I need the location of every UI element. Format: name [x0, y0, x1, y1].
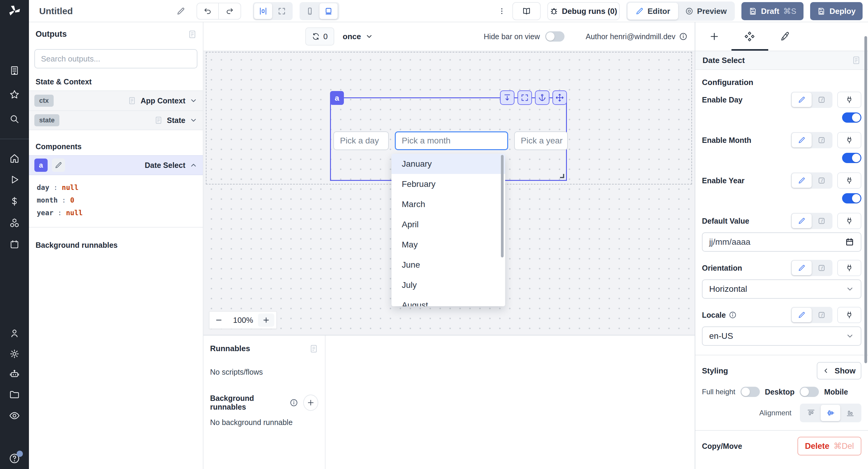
chevron-down-icon[interactable]	[190, 97, 197, 104]
dropdown-scrollbar[interactable]	[501, 155, 504, 257]
eval-function-icon[interactable]: f	[812, 264, 832, 272]
tab-editor[interactable]: Editor	[627, 3, 678, 20]
home-icon[interactable]	[0, 153, 29, 164]
zoom-out-button[interactable]	[210, 316, 228, 324]
enable-month-toggle[interactable]	[842, 153, 861, 163]
month-option[interactable]: July	[392, 275, 505, 295]
tab-insert-plus-icon[interactable]	[709, 31, 720, 42]
static-pencil-icon[interactable]	[792, 93, 812, 107]
static-pencil-icon[interactable]	[792, 214, 812, 228]
align-center-button[interactable]	[821, 405, 840, 421]
undo-button[interactable]	[197, 3, 219, 19]
resources-cubes-icon[interactable]	[0, 218, 29, 228]
chevron-down-icon[interactable]	[190, 116, 197, 124]
info-icon[interactable]	[290, 399, 298, 407]
anchor-button[interactable]	[535, 90, 550, 105]
align-bottom-button[interactable]	[840, 405, 860, 421]
month-option[interactable]: February	[392, 174, 505, 194]
tab-global-styling-icon[interactable]	[779, 31, 790, 42]
edit-title-pencil-icon[interactable]	[176, 0, 185, 22]
audit-eye-icon[interactable]	[0, 410, 29, 421]
orientation-select[interactable]: Horizontal	[702, 279, 861, 299]
month-input[interactable]	[395, 131, 508, 150]
centered-layout-button[interactable]	[254, 3, 272, 19]
month-option[interactable]: May	[392, 234, 505, 255]
month-option[interactable]: April	[392, 214, 505, 234]
refresh-count-button[interactable]: 0	[305, 27, 334, 45]
favorites-star-icon[interactable]	[0, 89, 29, 100]
month-option[interactable]: August	[392, 295, 505, 306]
component-output-json[interactable]: day : null month : 0 year : null	[29, 175, 203, 227]
component-badge[interactable]: a	[330, 91, 344, 105]
full-height-toggle[interactable]	[741, 387, 760, 397]
desktop-toggle[interactable]	[800, 387, 819, 397]
eval-function-icon[interactable]: f	[812, 96, 832, 104]
calendar-icon[interactable]	[845, 238, 854, 247]
info-icon[interactable]	[729, 311, 737, 319]
day-input[interactable]	[333, 131, 389, 150]
connect-plug-button[interactable]	[837, 213, 861, 229]
workspace-icon[interactable]	[0, 65, 29, 76]
align-top-button[interactable]	[801, 405, 821, 421]
variables-dollar-icon[interactable]	[0, 196, 29, 207]
rename-pencil-icon[interactable]	[52, 159, 65, 172]
folders-icon[interactable]	[0, 389, 29, 400]
month-option[interactable]: March	[392, 194, 505, 214]
delete-button[interactable]: Delete ⌘Del	[798, 437, 861, 456]
tab-preview[interactable]: Preview	[678, 3, 734, 20]
static-pencil-icon[interactable]	[792, 173, 812, 188]
draft-button[interactable]: Draft ⌘S	[741, 2, 804, 20]
more-menu-icon[interactable]	[498, 7, 506, 15]
expand-button[interactable]	[518, 90, 532, 105]
eval-function-icon[interactable]: f	[812, 311, 832, 319]
styling-show-button[interactable]: Show	[817, 362, 861, 379]
enable-year-toggle[interactable]	[842, 193, 861, 204]
info-icon[interactable]	[679, 32, 687, 41]
deploy-button[interactable]: Deploy	[810, 2, 863, 20]
month-option[interactable]: January	[392, 154, 505, 174]
help-icon[interactable]	[0, 453, 29, 464]
add-background-runnable-button[interactable]	[303, 395, 318, 411]
redo-button[interactable]	[219, 3, 241, 19]
enable-day-toggle[interactable]	[842, 113, 861, 123]
schedule-mode-dropdown[interactable]: once	[343, 32, 373, 41]
connect-plug-button[interactable]	[837, 307, 861, 323]
locale-select[interactable]: en-US	[702, 326, 861, 346]
move-button[interactable]	[553, 90, 567, 105]
eval-function-icon[interactable]: f	[812, 217, 832, 225]
connect-plug-button[interactable]	[837, 173, 861, 189]
chevron-up-icon[interactable]	[190, 161, 197, 169]
eval-function-icon[interactable]: f	[812, 136, 832, 145]
user-icon[interactable]	[0, 328, 29, 339]
zoom-in-button[interactable]	[258, 313, 274, 327]
runs-play-icon[interactable]	[0, 175, 29, 185]
windmill-logo[interactable]	[0, 0, 29, 22]
panel-doc-icon[interactable]	[309, 344, 318, 353]
schedules-calendar-icon[interactable]	[0, 239, 29, 250]
settings-panel-scrollbar[interactable]	[864, 36, 867, 363]
full-width-button[interactable]	[273, 3, 291, 19]
ctx-row[interactable]: ctx App Context	[29, 90, 203, 110]
settings-gear-icon[interactable]	[0, 348, 29, 359]
desktop-view-button[interactable]	[319, 3, 338, 19]
static-pencil-icon[interactable]	[792, 308, 812, 322]
panel-doc-icon[interactable]	[852, 56, 861, 65]
hide-bar-toggle[interactable]	[545, 31, 564, 41]
debug-runs-button[interactable]: Debug runs (0)	[547, 2, 620, 20]
mobile-view-button[interactable]	[301, 3, 319, 19]
default-value-date-input[interactable]: jj/mm/aaaa	[702, 232, 861, 252]
app-canvas[interactable]: a January February March April May June …	[204, 51, 695, 335]
panel-doc-icon[interactable]	[188, 30, 197, 39]
docs-button[interactable]	[513, 2, 541, 20]
tab-component-settings-icon[interactable]	[744, 31, 755, 42]
static-pencil-icon[interactable]	[792, 133, 812, 147]
eval-function-icon[interactable]: f	[812, 176, 832, 185]
connect-plug-button[interactable]	[837, 92, 861, 108]
month-option[interactable]: June	[392, 255, 505, 275]
connect-plug-button[interactable]	[837, 260, 861, 276]
resize-handle[interactable]	[560, 174, 564, 178]
workers-robot-icon[interactable]	[0, 369, 29, 380]
static-pencil-icon[interactable]	[792, 261, 812, 275]
fill-height-button[interactable]	[500, 90, 515, 105]
search-outputs-input[interactable]	[41, 54, 197, 64]
